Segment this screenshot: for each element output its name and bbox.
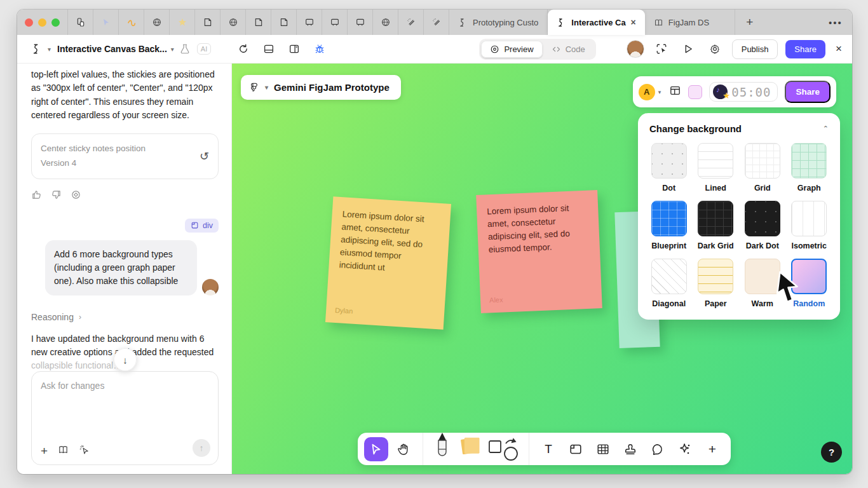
pinned-tab-globe-icon[interactable] — [373, 10, 398, 35]
guidelines-book-icon[interactable] — [58, 444, 69, 457]
pinned-tab-file-icon[interactable] — [195, 10, 220, 35]
shapes-tool[interactable] — [485, 437, 522, 461]
bg-option-diagonal[interactable]: Diagonal — [649, 259, 689, 308]
tab-label: Prototyping Custo — [473, 18, 538, 27]
panel-right-icon[interactable] — [285, 39, 304, 58]
scroll-to-bottom-button[interactable]: ↓ — [114, 348, 137, 371]
pinned-tab-star-icon[interactable] — [170, 10, 195, 35]
code-tab[interactable]: Code — [543, 41, 594, 58]
collab-toolbar: A ▾ ♪ ★ 05:00 Share — [633, 76, 836, 107]
section-tool[interactable] — [564, 437, 588, 461]
flask-icon[interactable] — [175, 39, 194, 58]
sticky-swatch-icon[interactable] — [688, 85, 702, 99]
refresh-icon[interactable] — [234, 39, 253, 58]
figma-make-logo-icon[interactable] — [27, 39, 46, 58]
timer-widget[interactable]: ♪ ★ 05:00 — [709, 82, 778, 102]
pinned-tab-file-icon[interactable] — [271, 10, 297, 35]
preview-tab[interactable]: Preview — [481, 41, 542, 58]
new-tab-button[interactable]: + — [735, 10, 764, 35]
app-window: Prototyping Custo Interactive Ca × FigJa… — [17, 10, 852, 474]
collapse-chevron-up-icon[interactable]: ⌃ — [823, 125, 829, 133]
bg-option-paper[interactable]: Paper — [696, 259, 736, 308]
pinned-tab-doodle-icon[interactable] — [119, 10, 144, 35]
more-tools-button[interactable]: + — [700, 437, 724, 461]
pinned-tab-spray-icon[interactable] — [398, 10, 424, 35]
play-icon[interactable] — [679, 39, 698, 58]
tab-prototyping-customer[interactable]: Prototyping Custo — [449, 10, 548, 35]
pinned-tab-cursor-icon[interactable] — [93, 10, 119, 35]
pinned-tab-globe-icon[interactable] — [144, 10, 170, 35]
pinned-tab-spray-icon[interactable] — [424, 10, 449, 35]
stamp-tool[interactable] — [618, 437, 642, 461]
file-title[interactable]: Interactive Canvas Back... — [57, 44, 167, 54]
chevron-down-icon[interactable]: ▾ — [48, 46, 51, 53]
attach-plus-icon[interactable]: + — [41, 445, 48, 457]
select-tool[interactable] — [364, 437, 388, 461]
send-button[interactable]: ↑ — [193, 439, 210, 457]
template-icon[interactable] — [669, 85, 681, 99]
element-chip[interactable]: div — [185, 219, 219, 233]
collaborator-avatar[interactable]: A — [639, 84, 655, 100]
pinned-tab-board-icon[interactable] — [348, 10, 373, 35]
bug-debug-icon[interactable] — [310, 39, 329, 58]
bg-option-lined[interactable]: Lined — [696, 143, 736, 193]
pinned-tab-device-icon[interactable] — [68, 10, 93, 35]
chevron-down-icon[interactable]: ▾ — [658, 89, 661, 95]
marker-tool[interactable] — [430, 437, 454, 461]
zoom-window-button[interactable] — [51, 18, 60, 27]
sticky-note-pink[interactable]: Lorem ipsum dolor sit amet, consectetur … — [476, 190, 602, 313]
cursor-frame-icon[interactable] — [652, 39, 671, 58]
figma-make-icon — [458, 18, 468, 27]
cursor-sparkle-icon[interactable] — [79, 444, 90, 457]
bg-option-blueprint[interactable]: Blueprint — [649, 201, 689, 250]
tab-figjam-ds[interactable]: FigJam DS — [645, 10, 735, 35]
code-label: Code — [566, 44, 585, 54]
bg-option-grid[interactable]: Grid — [743, 143, 782, 193]
reasoning-toggle[interactable]: Reasoning › — [31, 312, 219, 322]
close-window-button[interactable] — [25, 18, 33, 27]
chevron-down-icon[interactable]: ▾ — [171, 46, 174, 53]
minimize-window-button[interactable] — [38, 18, 46, 27]
tab-overflow-menu-button[interactable]: ••• — [819, 10, 852, 35]
pinned-tab-board-icon[interactable] — [297, 10, 322, 35]
panel-title: Change background — [649, 123, 742, 134]
target-icon[interactable] — [71, 189, 81, 202]
pinned-tab-globe-icon[interactable] — [220, 10, 246, 35]
sticky-note-tool[interactable] — [458, 437, 482, 461]
bg-option-dark-grid[interactable]: Dark Grid — [696, 201, 736, 250]
tab-strip-spacer — [764, 10, 819, 35]
close-icon[interactable]: × — [836, 43, 842, 55]
gear-icon[interactable] — [705, 39, 724, 58]
bg-option-dot[interactable]: Dot — [649, 143, 689, 193]
bg-option-graph[interactable]: Graph — [790, 143, 829, 193]
share-button[interactable]: Share — [785, 40, 825, 58]
bg-option-isometric[interactable]: Isometric — [790, 201, 829, 250]
pinned-tab-board-icon[interactable] — [322, 10, 348, 35]
chat-input[interactable] — [41, 381, 209, 431]
sticky-note-author: Dylan — [335, 305, 353, 316]
close-tab-icon[interactable]: × — [631, 18, 636, 27]
canvas-share-button[interactable]: Share — [785, 81, 831, 103]
hand-tool[interactable] — [391, 437, 416, 461]
text-tool[interactable]: T — [536, 437, 560, 461]
help-button[interactable]: ? — [821, 442, 842, 463]
blueprint-swatch — [651, 201, 687, 236]
panel-bottom-icon[interactable] — [259, 39, 278, 58]
thumbs-down-icon[interactable] — [51, 189, 62, 202]
user-avatar[interactable] — [627, 40, 644, 58]
tab-interactive-canvas[interactable]: Interactive Ca × — [548, 10, 644, 35]
thumbs-up-icon[interactable] — [31, 189, 42, 202]
toolbar-divider — [529, 433, 529, 465]
table-tool[interactable] — [591, 437, 615, 461]
comment-tool[interactable] — [646, 437, 670, 461]
prototype-canvas[interactable]: ▾ Gemini FigJam Prototype A ▾ ♪ ★ 05:00 … — [232, 64, 852, 474]
bg-option-dark-dot[interactable]: Dark Dot — [743, 201, 782, 250]
pinned-tab-file-icon[interactable] — [246, 10, 271, 35]
publish-button[interactable]: Publish — [732, 39, 778, 59]
board-title-chip[interactable]: ▾ Gemini FigJam Prototype — [241, 75, 401, 100]
ai-sparkle-tool[interactable] — [673, 437, 697, 461]
chat-input-card: + ↑ — [31, 371, 219, 465]
sticky-note-yellow[interactable]: Lorem ipsum dolor sit amet, consectetur … — [325, 196, 451, 329]
version-card[interactable]: Center sticky notes position Version 4 ↺ — [31, 133, 219, 179]
restore-version-icon[interactable]: ↺ — [200, 149, 209, 163]
